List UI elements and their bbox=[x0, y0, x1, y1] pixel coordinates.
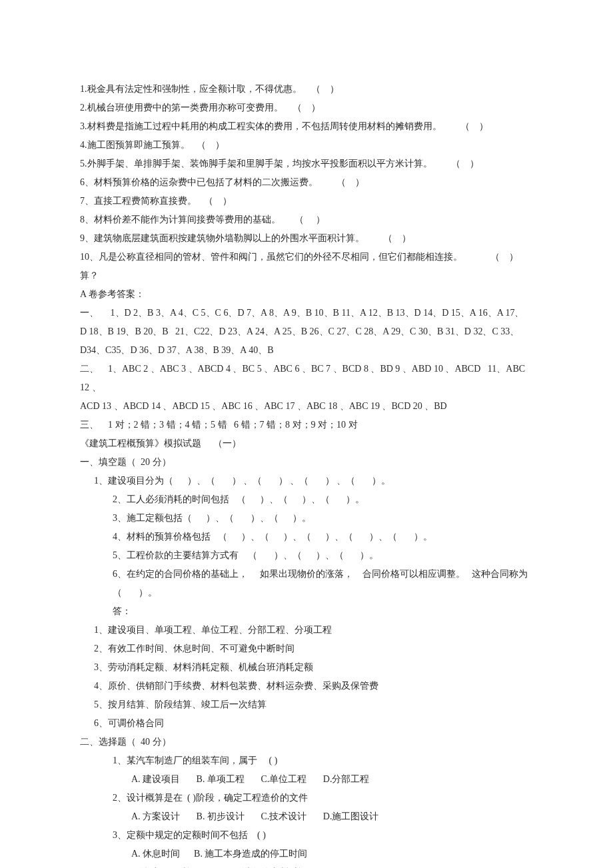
answer-key-line-1: 一、 1、D 2、B 3、A 4、C 5、C 6、D 7、A 8、A 9、B 1… bbox=[80, 304, 533, 322]
mc-q-1: 1、某汽车制造厂的组装车间，属于 ( ) bbox=[80, 751, 533, 770]
answer-key-line-4: 二、 1、ABC 2 、ABC 3 、ABCD 4 、BC 5 、ABC 6 、… bbox=[80, 360, 533, 397]
section-1-title: 一、填空题（ 20 分） bbox=[80, 453, 533, 472]
mc-q-2: 2、设计概算是在 ( )阶段，确定工程造价的文件 bbox=[80, 789, 533, 807]
mc-q-1-opts: A. 建设项目 B. 单项工程 C.单位工程 D.分部工程 bbox=[80, 770, 533, 789]
fill-q-6: 6、在约定的合同价格的基础上， 如果出现物价的涨落， 合同价格可以相应调整。 这… bbox=[80, 565, 533, 602]
answer-key-line-6: 三、 1 对；2 错；3 错；4 错；5 错 6 错；7 错；8 对；9 对；1… bbox=[80, 416, 533, 434]
fill-a-5: 5、按月结算、阶段结算、竣工后一次结算 bbox=[80, 695, 533, 714]
tf-line-8: 8、材料价差不能作为计算间接费等费用的基础。 （ ） bbox=[80, 211, 533, 229]
section-2-title: 二、选择题（ 40 分） bbox=[80, 733, 533, 751]
tf-line-10: 10、凡是公称直径相同的管材、管件和阀门，虽然它们的外径不尽相同，但它们都能相连… bbox=[80, 248, 533, 266]
tf-line-5: 5.外脚手架、单排脚手架、装饰脚手架和里脚手架，均按水平投影面积以平方米计算。 … bbox=[80, 155, 533, 173]
tf-line-9: 9、建筑物底层建筑面积按建筑物外墙勒脚以上的外围水平面积计算。 （ ） bbox=[80, 229, 533, 248]
fill-q-3: 3、施工定额包括（ ）、（ ）、（ ）。 bbox=[80, 509, 533, 528]
mc-q-3: 3、定额中规定的定额时间不包括 ( ) bbox=[80, 826, 533, 845]
tf-line-7: 7、直接工程费简称直接费。 （ ） bbox=[80, 192, 533, 211]
fill-a-4: 4、原价、供销部门手续费、材料包装费、材料运杂费、采购及保管费 bbox=[80, 677, 533, 695]
fill-q-4: 4、材料的预算价格包括 （ ）、（ ）、（ ）、（ ）、（ ）。 bbox=[80, 528, 533, 546]
answer-key-line-2: D 18、B 19、B 20、B 21、C22、D 23、A 24、A 25、B… bbox=[80, 322, 533, 341]
fill-a-6: 6、可调价格合同 bbox=[80, 714, 533, 733]
mc-q-3-opts-1: A. 休息时间 B. 施工本身造成的停工时间 bbox=[80, 845, 533, 863]
tf-line-2: 2.机械台班使用费中的第一类费用亦称可变费用。 （ ） bbox=[80, 99, 533, 117]
tf-line-extra: 算？ bbox=[80, 266, 533, 285]
answer-key-title: A 卷参考答案： bbox=[80, 285, 533, 304]
tf-line-4: 4.施工图预算即施工预算。 （ ） bbox=[80, 136, 533, 155]
mc-q-2-opts: A. 方案设计 B. 初步设计 C.技术设计 D.施工图设计 bbox=[80, 807, 533, 826]
fill-a-2: 2、有效工作时间、休息时间、不可避免中断时间 bbox=[80, 640, 533, 658]
fill-q-5: 5、工程价款的主要结算方式有 （ ）、（ ）、（ ）。 bbox=[80, 546, 533, 565]
tf-line-1: 1.税金具有法定性和强制性，应全额计取，不得优惠。 （ ） bbox=[80, 80, 533, 99]
fill-answer-label: 答： bbox=[80, 602, 533, 621]
tf-line-3: 3.材料费是指施工过程中耗用的构成工程实体的费用，不包括周转使用材料的摊销费用。… bbox=[80, 117, 533, 136]
fill-q-1: 1、建设项目分为（ ）、（ ） 、（ ） 、（ ） 、（ ）。 bbox=[80, 472, 533, 490]
mc-q-3-opts-2: C.辅助工作时间 D. 不可避免的中断时间 bbox=[80, 863, 533, 868]
fill-a-3: 3、劳动消耗定额、材料消耗定额、机械台班消耗定额 bbox=[80, 658, 533, 677]
fill-a-1: 1、建设项目、单项工程、单位工程、分部工程、分项工程 bbox=[80, 621, 533, 640]
mock-exam-title: 《建筑工程概预算》模拟试题 （一） bbox=[80, 434, 533, 453]
tf-line-6: 6、材料预算价格的运杂费中已包括了材料的二次搬运费。 （ ） bbox=[80, 173, 533, 192]
answer-key-line-5: ACD 13 、ABCD 14 、ABCD 15 、ABC 16 、ABC 17… bbox=[80, 397, 533, 416]
answer-key-line-3: D34、C35、D 36、D 37、A 38、B 39、A 40、B bbox=[80, 341, 533, 360]
fill-q-2: 2、工人必须消耗的时间包括 （ ）、（ ）、（ ）。 bbox=[80, 490, 533, 509]
